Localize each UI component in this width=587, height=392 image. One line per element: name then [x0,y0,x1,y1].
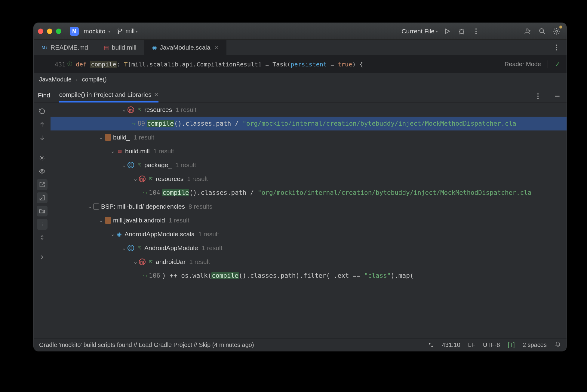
vcs-branch[interactable]: mill ▾ [117,28,138,35]
result-node[interactable]: BSP: mill-build/ dependencies8 results [51,200,567,213]
chevron-right-icon: › [76,76,78,83]
disclosure-triangle-icon[interactable] [97,134,105,141]
result-node[interactable]: ◉AndroidAppModule.scala1 result [51,227,567,241]
more-actions-button[interactable] [471,26,481,36]
project-name[interactable]: mockito [84,28,105,35]
run-config-selector[interactable]: Current File ▾ [401,28,438,35]
disclosure-triangle-icon[interactable] [86,203,93,210]
node-label: BSP: mill-build/ dependencies [101,203,185,210]
tab-options-button[interactable] [552,42,562,53]
cursor-position[interactable]: 431:10 [442,341,460,348]
open-in-icon [39,181,45,188]
result-node[interactable]: build_1 result [51,130,567,144]
inherited-icon: ⇱ [136,106,143,113]
rerun-button[interactable] [37,106,48,117]
breadcrumb-segment[interactable]: compile() [82,76,107,83]
disclosure-triangle-icon[interactable] [109,148,116,155]
result-node[interactable]: C⇱AndroidAppModule1 result [51,241,567,255]
line-separator[interactable]: LF [468,341,475,348]
result-node[interactable]: m⇱androidJar1 result [51,255,567,269]
hide-panel-button[interactable] [552,92,562,103]
next-occurrence-button[interactable] [37,132,48,143]
search-everywhere-button[interactable] [537,26,547,36]
reader-mode-label[interactable]: Reader Mode [505,61,541,68]
tab-javamodule[interactable]: ◉ JavaModule.scala × [144,40,226,55]
result-node[interactable]: m⇱resources1 result [51,172,567,186]
inspections-ok-icon[interactable]: ✓ [555,60,561,69]
open-out-icon [39,194,45,201]
find-results-tab[interactable]: compile() in Project and Libraries ✕ [59,91,158,103]
sync-icon[interactable] [428,342,434,348]
editor[interactable]: 431 Ⓘ def compile: T[mill.scalalib.api.C… [34,55,567,73]
export-button[interactable] [37,179,48,190]
result-node[interactable]: ▤build.mill1 result [51,144,567,158]
settings-button[interactable] [552,26,562,36]
notifications-button[interactable] [555,341,561,349]
window-controls [38,29,61,34]
node-label: mill.javalib.android [113,217,165,224]
gear-icon [39,155,45,161]
disclosure-triangle-icon[interactable] [120,161,128,169]
fsc-icon: ◉ [116,231,123,237]
close-tab-button[interactable]: × [215,44,219,51]
pin-button[interactable] [37,192,48,203]
results-tree[interactable]: m⇱resources1 result↪89compile().classes.… [51,103,567,338]
close-tab-button[interactable]: ✕ [154,91,158,98]
disclosure-triangle-icon[interactable] [109,231,116,238]
minimize-icon [553,92,561,100]
zoom-window-button[interactable] [56,29,61,34]
node-label: build_ [113,134,130,141]
code-line: def compile: T[mill.scalalib.api.Compila… [76,61,363,68]
expand-icon [39,234,45,241]
breadcrumb-segment[interactable]: JavaModule [39,76,72,83]
info-button[interactable] [37,219,48,230]
show-more-button[interactable] [37,252,48,263]
mill-file-icon: ▤ [104,44,109,51]
svg-point-11 [556,47,557,48]
status-message[interactable]: Gradle 'mockito' build scripts found // … [39,341,254,348]
breadcrumb[interactable]: JavaModule › compile() [34,73,567,86]
kebab-icon [534,92,542,100]
inherited-icon: ⇱ [136,244,143,252]
result-match[interactable]: ↪104compile().classes.path / "org/mockit… [51,186,567,200]
file-encoding[interactable]: UTF-8 [483,341,500,348]
result-node[interactable]: mill.javalib.android1 result [51,213,567,227]
line-number: 431 [55,61,66,68]
preview-button[interactable] [37,166,48,177]
indent-setting[interactable]: 2 spaces [523,341,547,348]
close-window-button[interactable] [38,29,43,34]
branch-name: mill [125,28,134,35]
disclosure-triangle-icon[interactable] [97,217,105,224]
run-button[interactable] [442,26,452,36]
result-match[interactable]: ↪106) ++ os.walk(compile().classes.path)… [51,269,567,283]
disclosure-triangle-icon[interactable] [120,244,128,252]
tab-mode[interactable]: [T] [508,341,515,348]
minimize-window-button[interactable] [47,29,52,34]
m-icon: m [139,176,146,182]
prev-occurrence-button[interactable] [37,119,48,130]
find-options-button[interactable] [533,92,543,103]
markdown-icon: M↓ [41,45,48,50]
code-with-me-button[interactable] [523,26,533,36]
project-badge[interactable]: M [70,27,79,36]
disclosure-triangle-icon[interactable] [132,258,139,265]
new-folder-button[interactable] [37,206,48,216]
result-count: 1 result [189,258,210,265]
inlay-icon[interactable]: Ⓘ [67,61,72,67]
folder-plus-icon [39,208,45,214]
disclosure-triangle-icon[interactable] [132,175,139,182]
svg-point-2 [121,29,122,30]
expand-collapse-button[interactable] [37,232,48,243]
result-node[interactable]: m⇱resources1 result [51,103,567,117]
disclosure-triangle-icon[interactable] [120,106,128,113]
result-count: 1 result [176,106,196,113]
result-match[interactable]: ↪89compile().classes.path / "org/mockito… [51,117,567,130]
debug-button[interactable] [456,26,467,36]
refresh-icon [39,108,45,115]
toolbar-settings-button[interactable] [37,153,48,164]
tab-readme[interactable]: M↓ README.md [34,40,96,55]
result-node[interactable]: C⇱package_1 result [51,158,567,172]
match-text: ) ++ os.walk(compile().classes.path).fil… [162,272,414,279]
node-label: androidJar [156,258,186,265]
tab-build-mill[interactable]: ▤ build.mill [96,40,144,55]
